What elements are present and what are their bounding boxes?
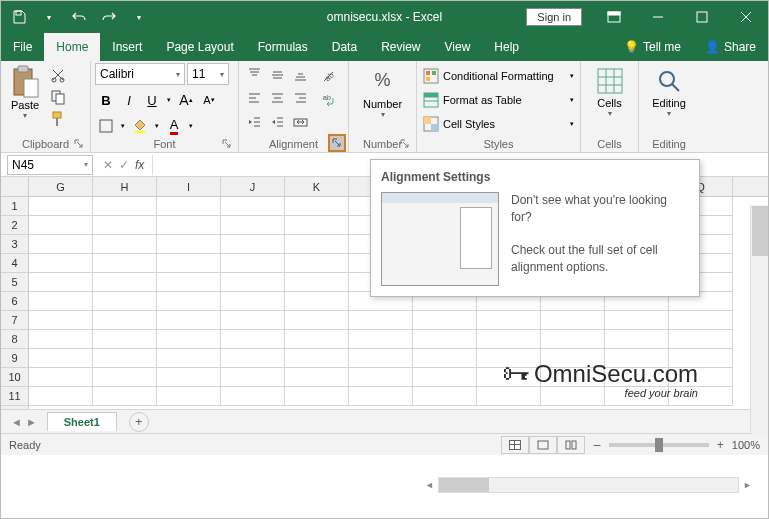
cell[interactable]: [93, 387, 157, 406]
decrease-indent-icon[interactable]: [243, 111, 265, 133]
cell[interactable]: [349, 368, 413, 387]
cell-styles-button[interactable]: Cell Styles▾: [421, 113, 576, 135]
tab-insert[interactable]: Insert: [100, 33, 154, 61]
cell[interactable]: [349, 349, 413, 368]
cell[interactable]: [221, 254, 285, 273]
number-label[interactable]: Number: [363, 98, 402, 110]
row-header[interactable]: 10: [1, 368, 28, 387]
cell[interactable]: [221, 330, 285, 349]
cell[interactable]: [477, 311, 541, 330]
tab-home[interactable]: Home: [44, 33, 100, 61]
row-header[interactable]: 4: [1, 254, 28, 273]
cell[interactable]: [285, 330, 349, 349]
col-header[interactable]: J: [221, 177, 285, 196]
cell[interactable]: [669, 311, 733, 330]
cell[interactable]: [413, 368, 477, 387]
clipboard-launcher[interactable]: [71, 136, 86, 151]
cell[interactable]: [285, 235, 349, 254]
cell[interactable]: [93, 273, 157, 292]
tab-review[interactable]: Review: [369, 33, 432, 61]
horizontal-scrollbar[interactable]: ◄►: [421, 476, 756, 494]
sheet-next-icon[interactable]: ►: [26, 416, 37, 428]
cell[interactable]: [93, 292, 157, 311]
cell[interactable]: [157, 311, 221, 330]
cell[interactable]: [157, 349, 221, 368]
cell[interactable]: [285, 292, 349, 311]
col-header[interactable]: G: [29, 177, 93, 196]
row-header[interactable]: 6: [1, 292, 28, 311]
sheet-prev-icon[interactable]: ◄: [11, 416, 22, 428]
enter-formula-icon[interactable]: ✓: [119, 158, 129, 172]
cell[interactable]: [221, 197, 285, 216]
save-icon[interactable]: [5, 3, 33, 31]
wrap-text-icon[interactable]: ab: [317, 89, 339, 111]
number-launcher[interactable]: [397, 136, 412, 151]
cell[interactable]: [413, 330, 477, 349]
border-icon[interactable]: [95, 115, 117, 137]
tab-data[interactable]: Data: [320, 33, 369, 61]
border-dropdown[interactable]: ▾: [118, 115, 128, 137]
col-header[interactable]: H: [93, 177, 157, 196]
minimize-icon[interactable]: [636, 1, 680, 33]
underline-dropdown[interactable]: ▾: [164, 89, 174, 111]
name-box[interactable]: N45▾: [7, 155, 93, 175]
italic-button[interactable]: I: [118, 89, 140, 111]
font-color-dropdown[interactable]: ▾: [186, 115, 196, 137]
cell[interactable]: [157, 254, 221, 273]
vertical-scrollbar[interactable]: [750, 205, 768, 435]
cell[interactable]: [93, 368, 157, 387]
row-header[interactable]: 1: [1, 197, 28, 216]
cell[interactable]: [285, 273, 349, 292]
cell[interactable]: [93, 254, 157, 273]
redo-icon[interactable]: [95, 3, 123, 31]
signin-button[interactable]: Sign in: [526, 8, 582, 26]
cell[interactable]: [29, 197, 93, 216]
cell[interactable]: [221, 387, 285, 406]
fx-icon[interactable]: fx: [135, 158, 144, 172]
align-center-icon[interactable]: [266, 87, 288, 109]
cut-icon[interactable]: [47, 65, 69, 85]
align-top-icon[interactable]: [243, 63, 265, 85]
cell[interactable]: [93, 349, 157, 368]
align-left-icon[interactable]: [243, 87, 265, 109]
font-launcher[interactable]: [219, 136, 234, 151]
cell[interactable]: [157, 387, 221, 406]
cell[interactable]: [29, 254, 93, 273]
cell[interactable]: [349, 330, 413, 349]
col-header[interactable]: I: [157, 177, 221, 196]
row-header[interactable]: 8: [1, 330, 28, 349]
increase-font-icon[interactable]: A▴: [175, 89, 197, 111]
alignment-launcher[interactable]: [328, 134, 346, 152]
page-break-view-icon[interactable]: [557, 436, 585, 454]
cell[interactable]: [221, 216, 285, 235]
cell[interactable]: [669, 330, 733, 349]
new-sheet-icon[interactable]: +: [129, 412, 149, 432]
fill-color-icon[interactable]: [129, 115, 151, 137]
cell[interactable]: [285, 254, 349, 273]
cell[interactable]: [221, 292, 285, 311]
tab-page-layout[interactable]: Page Layout: [154, 33, 245, 61]
cell[interactable]: [93, 197, 157, 216]
cell[interactable]: [221, 235, 285, 254]
tellme-button[interactable]: 💡Tell me: [612, 40, 693, 54]
cell[interactable]: [285, 197, 349, 216]
cell[interactable]: [221, 311, 285, 330]
cell[interactable]: [157, 235, 221, 254]
cell[interactable]: [29, 387, 93, 406]
cell[interactable]: [29, 330, 93, 349]
format-painter-icon[interactable]: [47, 109, 69, 129]
cells-icon[interactable]: [596, 67, 624, 95]
cell[interactable]: [541, 311, 605, 330]
select-all-corner[interactable]: [1, 177, 29, 197]
copy-icon[interactable]: [47, 87, 69, 107]
merge-icon[interactable]: [289, 111, 311, 133]
tab-help[interactable]: Help: [482, 33, 531, 61]
cell[interactable]: [285, 216, 349, 235]
cell[interactable]: [29, 216, 93, 235]
align-bottom-icon[interactable]: [289, 63, 311, 85]
zoom-in-icon[interactable]: +: [717, 438, 724, 452]
cell[interactable]: [285, 311, 349, 330]
cell[interactable]: [157, 216, 221, 235]
align-middle-icon[interactable]: [266, 63, 288, 85]
cell[interactable]: [93, 216, 157, 235]
